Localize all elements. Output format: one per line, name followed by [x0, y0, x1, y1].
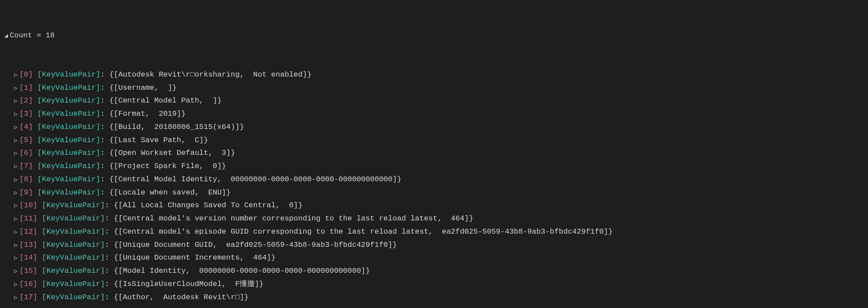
- type-label: [KeyValuePair]: [37, 173, 100, 186]
- pair-value: : {[Central model's episode GUID corresp…: [105, 225, 613, 238]
- list-item[interactable]: ▷[4] [KeyValuePair]: {[Build, 20180806_1…: [3, 121, 868, 134]
- list-item[interactable]: ▷[10] [KeyValuePair]: {[All Local Change…: [3, 199, 868, 212]
- expand-arrow-icon[interactable]: ▷: [12, 280, 19, 290]
- pair-value: : {[Format, 2019]}: [100, 107, 186, 121]
- type-label: [KeyValuePair]: [42, 264, 105, 278]
- expand-arrow-icon[interactable]: ▷: [12, 96, 19, 106]
- pair-value: : {[Central model's version number corre…: [105, 212, 474, 225]
- pair-value: : {[Build, 20180806_1515(x64)]}: [100, 121, 244, 134]
- pair-value: : {[Username, ]}: [100, 81, 177, 95]
- expand-arrow-icon[interactable]: ▷: [12, 267, 19, 277]
- list-item[interactable]: ▷[12] [KeyValuePair]: {[Central model's …: [3, 225, 868, 238]
- separator: [33, 160, 37, 173]
- list-item[interactable]: ▷[5] [KeyValuePair]: {[Last Save Path, C…: [3, 134, 868, 147]
- index-label: [17]: [19, 291, 37, 304]
- list-item[interactable]: ▷[3] [KeyValuePair]: {[Format, 2019]}: [3, 107, 868, 121]
- expand-arrow-icon[interactable]: ▷: [12, 253, 19, 264]
- pair-value: : {[Autodesk Revit\r□orksharing, Not ena…: [100, 68, 312, 81]
- separator: [37, 238, 42, 252]
- index-label: [13]: [19, 238, 37, 252]
- list-item[interactable]: ▷[11] [KeyValuePair]: {[Central model's …: [3, 212, 868, 225]
- type-label: [KeyValuePair]: [37, 81, 100, 95]
- pair-value: : {[Unique Document Increments, 464]}: [105, 251, 276, 264]
- pair-value: : {[Model Identity, 00000000-0000-0000-0…: [105, 264, 370, 278]
- separator: [33, 173, 37, 186]
- type-label: [KeyValuePair]: [37, 107, 100, 121]
- separator: [37, 251, 42, 264]
- list-item[interactable]: ▷[14] [KeyValuePair]: {[Unique Document …: [3, 251, 868, 264]
- index-label: [8]: [19, 173, 33, 186]
- debug-tree: ◢ Count = 18 ▷[0] [KeyValuePair]: {[Auto…: [0, 0, 868, 308]
- type-label: [KeyValuePair]: [42, 278, 105, 291]
- expand-arrow-icon[interactable]: ▷: [12, 70, 19, 81]
- pair-value: : {[All Local Changes Saved To Central, …: [105, 199, 303, 212]
- index-label: [11]: [19, 212, 37, 225]
- expand-arrow-icon[interactable]: ▷: [12, 110, 19, 120]
- expand-arrow-icon[interactable]: ▷: [12, 227, 19, 238]
- type-label: [KeyValuePair]: [42, 225, 105, 238]
- type-label: [KeyValuePair]: [42, 238, 105, 252]
- separator: [33, 81, 37, 95]
- list-item[interactable]: ▷[16] [KeyValuePair]: {[IsSingleUserClou…: [3, 278, 868, 291]
- type-label: [KeyValuePair]: [42, 291, 105, 304]
- separator: [33, 107, 37, 121]
- count-label: Count = 18: [10, 29, 55, 42]
- expand-arrow-icon[interactable]: ▷: [12, 175, 19, 185]
- list-item[interactable]: ▷[6] [KeyValuePair]: {[Open Workset Defa…: [3, 147, 868, 160]
- type-label: [KeyValuePair]: [37, 94, 100, 107]
- index-label: [12]: [19, 225, 37, 238]
- expand-arrow-icon[interactable]: ▷: [12, 162, 19, 172]
- separator: [33, 121, 37, 134]
- pair-value: : {[Locale when saved, ENU]}: [100, 186, 231, 199]
- index-label: [1]: [19, 81, 33, 95]
- expand-arrow-icon[interactable]: ▷: [12, 84, 19, 94]
- separator: [37, 212, 42, 225]
- type-label: [KeyValuePair]: [42, 199, 105, 212]
- type-label: [KeyValuePair]: [42, 212, 105, 225]
- expand-arrow-icon[interactable]: ◢: [3, 30, 10, 41]
- items-container: ▷[0] [KeyValuePair]: {[Autodesk Revit\r□…: [3, 68, 868, 304]
- expand-arrow-icon[interactable]: ▷: [12, 188, 19, 198]
- expand-arrow-icon[interactable]: ▷: [12, 214, 19, 224]
- separator: [37, 291, 42, 304]
- list-item[interactable]: ▷[1] [KeyValuePair]: {[Username, ]}: [3, 81, 868, 95]
- list-item[interactable]: ▷[8] [KeyValuePair]: {[Central Model Ide…: [3, 173, 868, 186]
- list-item[interactable]: ▷[7] [KeyValuePair]: {[Project Spark Fil…: [3, 160, 868, 173]
- pair-value: : {[Central Model Identity, 00000000-000…: [100, 173, 402, 186]
- pair-value: : {[Open Workset Default, 3]}: [100, 147, 235, 160]
- type-label: [KeyValuePair]: [37, 186, 100, 199]
- index-label: [3]: [19, 107, 33, 121]
- index-label: [9]: [19, 186, 33, 199]
- expand-arrow-icon[interactable]: ▷: [12, 241, 19, 251]
- pair-value: : {[Central Model Path, ]}: [100, 94, 222, 107]
- list-item[interactable]: ▷[13] [KeyValuePair]: {[Unique Document …: [3, 238, 868, 252]
- separator: [33, 147, 37, 160]
- expand-arrow-icon[interactable]: ▷: [12, 123, 19, 133]
- pair-value: : {[Author, Autodesk Revit\r□]}: [105, 291, 249, 304]
- list-item[interactable]: ▷[0] [KeyValuePair]: {[Autodesk Revit\r□…: [3, 68, 868, 81]
- pair-value: : {[Last Save Path, C]}: [100, 134, 208, 147]
- expand-arrow-icon[interactable]: ▷: [12, 149, 19, 159]
- index-label: [7]: [19, 160, 33, 173]
- separator: [33, 94, 37, 107]
- expand-arrow-icon[interactable]: ▷: [12, 293, 19, 303]
- separator: [37, 199, 42, 212]
- list-item[interactable]: ▷[2] [KeyValuePair]: {[Central Model Pat…: [3, 94, 868, 107]
- list-item[interactable]: ▷[17] [KeyValuePair]: {[Author, Autodesk…: [3, 291, 868, 304]
- type-label: [KeyValuePair]: [37, 134, 100, 147]
- list-item[interactable]: ▷[15] [KeyValuePair]: {[Model Identity, …: [3, 264, 868, 278]
- list-item[interactable]: ▷[9] [KeyValuePair]: {[Locale when saved…: [3, 186, 868, 199]
- type-label: [KeyValuePair]: [42, 251, 105, 264]
- separator: [33, 68, 37, 81]
- separator: [37, 225, 42, 238]
- index-label: [5]: [19, 134, 33, 147]
- type-label: [KeyValuePair]: [37, 147, 100, 160]
- index-label: [4]: [19, 121, 33, 134]
- root-row[interactable]: ◢ Count = 18: [3, 29, 868, 42]
- separator: [33, 134, 37, 147]
- pair-value: : {[Unique Document GUID, ea2fd025-5059-…: [105, 238, 397, 252]
- index-label: [6]: [19, 147, 33, 160]
- expand-arrow-icon[interactable]: ▷: [12, 201, 19, 211]
- expand-arrow-icon[interactable]: ▷: [12, 136, 19, 146]
- separator: [33, 186, 37, 199]
